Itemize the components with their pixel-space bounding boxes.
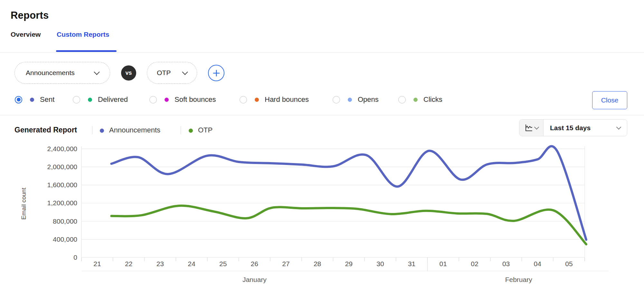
x-axis-tick-label: 21	[93, 260, 101, 267]
x-axis-tick-label: 26	[251, 260, 258, 267]
x-axis-tick-label: 03	[502, 260, 510, 267]
x-axis-month-label: January	[242, 276, 267, 283]
y-axis-tick-label: 400,000	[53, 236, 77, 243]
x-axis-tick-label: 04	[534, 260, 542, 267]
x-axis-tick-label: 05	[565, 260, 573, 267]
x-axis-tick-label: 22	[125, 260, 132, 267]
x-axis-tick-label: 30	[376, 260, 384, 267]
x-axis-tick-label: 29	[345, 260, 353, 267]
y-axis-tick-label: 1,200,000	[47, 199, 77, 207]
x-axis-tick-label: 01	[440, 260, 447, 267]
y-axis-tick-label: 800,000	[53, 218, 77, 225]
y-axis-tick-label: 2,400,000	[47, 145, 77, 152]
x-axis-tick-label: 25	[219, 260, 227, 267]
series-line-otp	[111, 206, 586, 244]
x-axis-tick-label: 28	[314, 260, 321, 267]
y-axis-title: Email count	[20, 188, 27, 220]
x-axis-month-label: February	[505, 276, 533, 283]
custom-reports-page: Reports Overview Custom Reports Announce…	[0, 0, 644, 290]
comparison-line-chart: 0400,000800,0001,200,0001,600,0002,000,0…	[0, 0, 644, 290]
y-axis-tick-label: 1,600,000	[47, 181, 77, 188]
x-axis-tick-label: 23	[156, 260, 164, 267]
x-axis-tick-label: 24	[188, 260, 195, 267]
y-axis-tick-label: 2,000,000	[47, 163, 77, 170]
series-line-announcements	[111, 146, 586, 240]
y-axis-tick-label: 0	[73, 254, 77, 261]
x-axis-tick-label: 31	[408, 260, 415, 267]
x-axis-tick-label: 27	[282, 260, 289, 267]
x-axis-tick-label: 02	[471, 260, 478, 267]
